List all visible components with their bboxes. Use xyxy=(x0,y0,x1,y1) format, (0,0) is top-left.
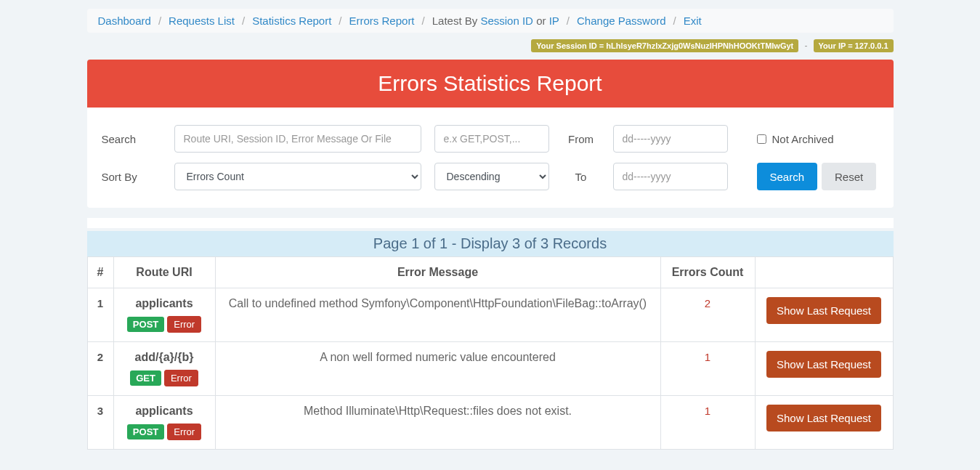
session-id-badge: Your Session ID = hLhlsyeR7hzIxZxjg0WsNu… xyxy=(531,39,798,52)
search-label: Search xyxy=(102,133,174,145)
table-row: 1applicantsPOSTErrorCall to undefined me… xyxy=(87,288,893,342)
from-label: From xyxy=(549,133,613,145)
error-badge: Error xyxy=(167,424,201,440)
http-method-badge: POST xyxy=(127,424,164,439)
error-badge: Error xyxy=(167,316,201,333)
breadcrumb-or: or xyxy=(533,15,549,27)
th-errors-count: Errors Count xyxy=(660,257,755,288)
to-date-input[interactable] xyxy=(613,163,728,190)
breadcrumb-ip-link[interactable]: IP xyxy=(549,15,559,27)
breadcrumb-sep: / xyxy=(422,15,425,27)
breadcrumb-sep: / xyxy=(339,15,341,27)
breadcrumb-change-password[interactable]: Change Password xyxy=(577,15,666,27)
row-index: 3 xyxy=(87,396,113,450)
breadcrumb-sep: / xyxy=(673,15,676,27)
route-uri-text: add/{a}/{b} xyxy=(121,351,208,364)
breadcrumb-session-id-link[interactable]: Session ID xyxy=(480,15,533,27)
th-route-uri: Route URI xyxy=(113,257,215,288)
row-actions: Show Last Request xyxy=(755,342,893,396)
row-actions: Show Last Request xyxy=(755,288,893,342)
row-actions: Show Last Request xyxy=(755,396,893,450)
page-title: Errors Statistics Report xyxy=(87,60,894,108)
show-last-request-button[interactable]: Show Last Request xyxy=(766,405,881,431)
row-errors-count: 2 xyxy=(660,288,755,342)
pagination-strip: Page 1 of 1 - Display 3 of 3 Records xyxy=(87,231,894,256)
filter-panel: Search From Not Archived Sort By Errors … xyxy=(87,108,894,208)
breadcrumb-sep: / xyxy=(567,15,570,27)
row-route-uri: add/{a}/{b}GETError xyxy=(113,342,215,396)
row-errors-count: 1 xyxy=(660,396,755,450)
row-index: 2 xyxy=(87,342,113,396)
route-uri-text: applicants xyxy=(121,405,208,418)
not-archived-wrap[interactable]: Not Archived xyxy=(757,133,834,145)
not-archived-checkbox[interactable] xyxy=(757,134,766,144)
reset-button[interactable]: Reset xyxy=(822,163,876,190)
th-actions xyxy=(755,257,893,288)
breadcrumb-latest-by: Latest By Session ID or IP xyxy=(432,15,559,27)
row-route-uri: applicantsPOSTError xyxy=(113,288,215,342)
row-error-message: Method Illuminate\Http\Request::files do… xyxy=(215,396,660,450)
sort-by-label: Sort By xyxy=(102,171,174,183)
table-row: 2add/{a}/{b}GETErrorA non well formed nu… xyxy=(87,342,893,396)
search-input[interactable] xyxy=(174,125,421,153)
badge-dash: - xyxy=(804,41,807,51)
sort-field-select[interactable]: Errors Count xyxy=(174,163,421,190)
session-info-line: Your Session ID = hLhlsyeR7hzIxZxjg0WsNu… xyxy=(87,39,894,52)
table-row: 3applicantsPOSTErrorMethod Illuminate\Ht… xyxy=(87,396,893,450)
row-route-uri: applicantsPOSTError xyxy=(113,396,215,450)
row-index: 1 xyxy=(87,288,113,342)
breadcrumb: Dashboard / Requests List / Statistics R… xyxy=(87,9,894,33)
http-method-badge: GET xyxy=(130,370,161,386)
th-error-message: Error Message xyxy=(215,257,660,288)
breadcrumb-errors-report[interactable]: Errors Report xyxy=(349,15,415,27)
row-error-message: A non well formed numeric value encounte… xyxy=(215,342,660,396)
show-last-request-button[interactable]: Show Last Request xyxy=(766,351,881,378)
error-badge: Error xyxy=(164,370,198,386)
http-method-badge: POST xyxy=(127,317,164,332)
ip-badge: Your IP = 127.0.0.1 xyxy=(814,39,894,52)
breadcrumb-exit[interactable]: Exit xyxy=(684,15,702,27)
route-uri-text: applicants xyxy=(121,297,208,310)
breadcrumb-sep: / xyxy=(242,15,245,27)
breadcrumb-requests-list[interactable]: Requests List xyxy=(169,15,235,27)
breadcrumb-statistics-report[interactable]: Statistics Report xyxy=(252,15,331,27)
breadcrumb-latest-by-prefix: Latest By xyxy=(432,15,481,27)
search-button[interactable]: Search xyxy=(757,163,818,190)
method-input[interactable] xyxy=(434,125,549,153)
to-label: To xyxy=(549,171,613,183)
from-date-input[interactable] xyxy=(613,125,728,153)
row-error-message: Call to undefined method Symfony\Compone… xyxy=(215,288,660,342)
sort-direction-select[interactable]: Descending xyxy=(434,163,549,190)
breadcrumb-sep: / xyxy=(158,15,161,27)
breadcrumb-dashboard[interactable]: Dashboard xyxy=(98,15,151,27)
show-last-request-button[interactable]: Show Last Request xyxy=(766,297,881,324)
not-archived-label: Not Archived xyxy=(772,133,834,145)
th-index: # xyxy=(87,257,113,288)
row-errors-count: 1 xyxy=(660,342,755,396)
errors-table: # Route URI Error Message Errors Count 1… xyxy=(87,256,894,450)
